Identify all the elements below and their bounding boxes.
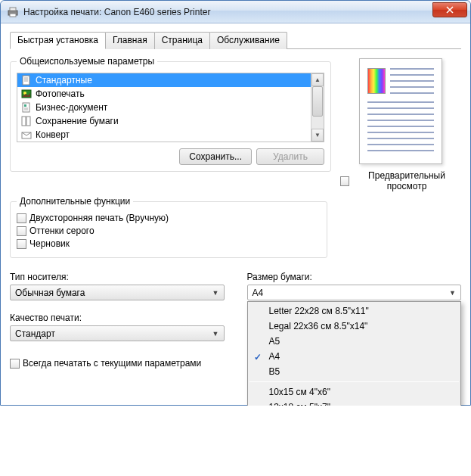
duplex-checkbox-row[interactable]: Двухсторонняя печать (Вручную) <box>17 213 321 223</box>
media-type-value: Обычная бумага <box>15 288 209 298</box>
svg-rect-9 <box>23 103 29 112</box>
list-item[interactable]: Сохранение бумаги <box>17 114 311 128</box>
dropdown-item-label: B5 <box>269 366 280 377</box>
close-button[interactable] <box>432 2 467 17</box>
check-icon: ✓ <box>254 352 262 362</box>
paper-size-label: Размер бумаги: <box>247 272 462 282</box>
save-preset-button[interactable]: Сохранить... <box>179 148 252 165</box>
features-group: Дополнительные функции Двухсторонняя печ… <box>10 201 327 258</box>
svg-rect-10 <box>24 104 26 107</box>
dropdown-item-label: 13x18 см 5"x7" <box>269 402 330 406</box>
quality-value: Стандарт <box>15 328 209 339</box>
dropdown-item[interactable]: ✓A4 <box>248 349 461 364</box>
page-preview <box>359 58 442 164</box>
list-item-label: Конверт <box>36 129 70 140</box>
dropdown-item-label: 10x15 см 4"x6" <box>269 387 330 397</box>
tab-service[interactable]: Обслуживание <box>209 32 287 49</box>
titlebar: Настройка печати: Canon E460 series Prin… <box>1 1 470 23</box>
chevron-down-icon: ▼ <box>209 289 222 297</box>
features-group-title: Дополнительные функции <box>17 196 133 207</box>
svg-rect-2 <box>10 14 16 17</box>
dropdown-item-label: A5 <box>269 336 280 347</box>
tab-page[interactable]: Страница <box>154 32 210 49</box>
envelope-icon <box>20 129 33 141</box>
preview-checkbox-label: Предварительный просмотр <box>352 170 461 191</box>
quality-combobox[interactable]: Стандарт ▼ <box>10 325 225 341</box>
always-print-row[interactable]: Всегда печатать с текущими параметрами <box>10 358 201 369</box>
dropdown-item[interactable]: Letter 22x28 см 8.5"x11" <box>248 303 461 319</box>
preview-checkbox-row[interactable]: Предварительный просмотр <box>340 170 461 191</box>
checkbox-icon[interactable] <box>17 213 26 223</box>
paper-save-icon <box>20 115 33 127</box>
list-item[interactable]: Фотопечать <box>17 87 311 101</box>
delete-preset-button[interactable]: Удалить <box>256 148 324 165</box>
draft-label: Черновик <box>29 238 70 249</box>
presets-group: Общеиспользуемые параметры Стандартные Ф… <box>10 61 331 172</box>
list-item-label: Бизнес-документ <box>36 102 107 113</box>
dropdown-item-label: Letter 22x28 см 8.5"x11" <box>269 306 369 316</box>
checkbox-icon[interactable] <box>10 359 20 369</box>
list-item[interactable]: Бизнес-документ <box>17 101 311 114</box>
window-title: Настройка печати: Canon E460 series Prin… <box>23 7 432 17</box>
dropdown-item[interactable]: 13x18 см 5"x7" <box>248 400 461 406</box>
paper-size-combobox[interactable]: A4 ▼ Letter 22x28 см 8.5"x11"Legal 22x36… <box>247 285 462 300</box>
chevron-down-icon: ▼ <box>209 330 222 338</box>
doc-icon <box>20 74 33 86</box>
list-item[interactable]: Стандартные <box>17 73 311 87</box>
checkbox-icon[interactable] <box>340 176 349 186</box>
dropdown-item[interactable]: 10x15 см 4"x6" <box>248 384 461 400</box>
presets-listbox[interactable]: Стандартные Фотопечать Бизнес-документ <box>17 73 324 142</box>
quality-label: Качество печати: <box>10 313 225 323</box>
scroll-thumb[interactable] <box>312 86 323 117</box>
checkbox-icon[interactable] <box>17 226 26 236</box>
media-type-label: Тип носителя: <box>10 272 225 282</box>
duplex-label: Двухсторонняя печать (Вручную) <box>29 213 169 223</box>
paper-size-dropdown: Letter 22x28 см 8.5"x11"Legal 22x36 см 8… <box>247 301 462 406</box>
dropdown-separator <box>249 381 460 382</box>
tab-main[interactable]: Главная <box>105 32 155 49</box>
grayscale-label: Оттенки серого <box>29 226 95 236</box>
biz-doc-icon <box>20 101 33 114</box>
checkbox-icon[interactable] <box>17 239 26 249</box>
list-item-label: Фотопечать <box>36 89 85 99</box>
list-item[interactable]: Конверт <box>17 128 311 142</box>
paper-size-value: A4 <box>253 288 447 298</box>
grayscale-checkbox-row[interactable]: Оттенки серого <box>17 226 321 236</box>
printer-icon <box>7 6 19 18</box>
dropdown-item[interactable]: A5 <box>248 334 461 349</box>
always-print-label: Всегда печатать с текущими параметрами <box>23 358 201 369</box>
svg-rect-13 <box>22 117 26 126</box>
dropdown-item[interactable]: Legal 22x36 см 8.5"x14" <box>248 319 461 334</box>
scrollbar[interactable]: ▲ ▼ <box>311 73 324 142</box>
list-item-label: Стандартные <box>36 75 92 86</box>
svg-rect-1 <box>10 8 16 11</box>
dropdown-item-label: Legal 22x36 см 8.5"x14" <box>269 321 368 331</box>
dropdown-item[interactable]: B5 <box>248 364 461 379</box>
photo-icon <box>20 88 33 100</box>
scroll-down-icon[interactable]: ▼ <box>311 129 324 142</box>
presets-group-title: Общеиспользуемые параметры <box>17 56 157 67</box>
list-item-label: Сохранение бумаги <box>36 116 119 126</box>
color-swatch-icon <box>367 68 386 94</box>
media-type-combobox[interactable]: Обычная бумага ▼ <box>10 285 225 300</box>
svg-rect-14 <box>26 117 30 126</box>
tab-quick-setup[interactable]: Быстрая установка <box>10 32 106 49</box>
dropdown-item-label: A4 <box>269 351 280 362</box>
chevron-down-icon: ▼ <box>446 289 459 297</box>
tab-bar: Быстрая установка Главная Страница Обслу… <box>10 31 461 49</box>
scroll-up-icon[interactable]: ▲ <box>311 73 324 86</box>
svg-rect-3 <box>23 76 29 85</box>
draft-checkbox-row[interactable]: Черновик <box>17 238 321 249</box>
